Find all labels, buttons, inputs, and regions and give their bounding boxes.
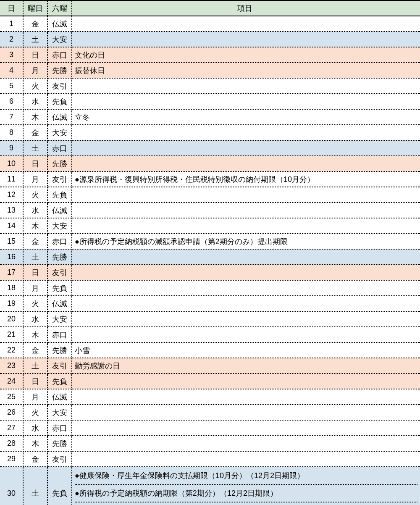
- cell-wday: 金: [23, 125, 47, 140]
- table-row: 17日友引: [0, 265, 420, 280]
- cell-item: [72, 140, 420, 156]
- table-row: 30土先負●健康保険・厚生年金保険料の支払期限（10月分）（12月2日期限）●所…: [0, 467, 420, 505]
- cell-wday: 金: [23, 234, 47, 249]
- cell-day: 7: [0, 109, 23, 125]
- cell-item: [72, 389, 420, 405]
- table-row: 18月先負: [0, 280, 420, 296]
- cell-day: 27: [0, 420, 23, 436]
- cell-item: ●健康保険・厚生年金保険料の支払期限（10月分）（12月2日期限）●所得税の予定…: [72, 467, 420, 505]
- cell-item: 小雪: [72, 342, 420, 358]
- table-row: 22金先勝小雪: [0, 342, 420, 358]
- cell-item: 立冬: [72, 109, 420, 125]
- cell-day: 30: [0, 467, 23, 505]
- cell-roku: 仏滅: [47, 16, 72, 32]
- item-text: ●個人の事業税納期限（第2期分）（12月2日期限）: [75, 502, 417, 505]
- cell-wday: 日: [23, 156, 47, 171]
- cell-roku: 赤口: [47, 327, 72, 342]
- table-row: 13水仏滅: [0, 203, 420, 218]
- cell-roku: 友引: [47, 358, 72, 373]
- cell-day: 3: [0, 47, 23, 63]
- item-text: ●健康保険・厚生年金保険料の支払期限（10月分）（12月2日期限）: [75, 467, 417, 485]
- cell-roku: 大安: [47, 405, 72, 420]
- cell-wday: 金: [23, 16, 47, 32]
- cell-item: [72, 125, 420, 140]
- cell-day: 13: [0, 203, 23, 218]
- cell-wday: 金: [23, 342, 47, 358]
- cell-wday: 火: [23, 78, 47, 94]
- cell-day: 18: [0, 280, 23, 296]
- cell-day: 12: [0, 187, 23, 203]
- cell-roku: 大安: [47, 32, 72, 47]
- cell-roku: 先勝: [47, 436, 72, 451]
- table-row: 10日先勝: [0, 156, 420, 171]
- table-row: 19火仏滅: [0, 296, 420, 311]
- cell-roku: 先勝: [47, 63, 72, 78]
- cell-day: 1: [0, 16, 23, 32]
- cell-roku: 先勝: [47, 249, 72, 265]
- cell-item: [72, 94, 420, 109]
- cell-wday: 日: [23, 265, 47, 280]
- cell-wday: 月: [23, 280, 47, 296]
- table-row: 21木赤口: [0, 327, 420, 342]
- cell-day: 2: [0, 32, 23, 47]
- cell-day: 14: [0, 218, 23, 234]
- cell-day: 16: [0, 249, 23, 265]
- table-row: 3日赤口文化の日: [0, 47, 420, 63]
- cell-wday: 土: [23, 467, 47, 505]
- cell-wday: 水: [23, 203, 47, 218]
- cell-roku: 先勝: [47, 342, 72, 358]
- table-row: 25月仏滅: [0, 389, 420, 405]
- cell-item: [72, 420, 420, 436]
- table-row: 24日先負: [0, 373, 420, 389]
- cell-roku: 先負: [47, 94, 72, 109]
- cell-day: 21: [0, 327, 23, 342]
- cell-day: 8: [0, 125, 23, 140]
- cell-wday: 水: [23, 420, 47, 436]
- cell-roku: 大安: [47, 311, 72, 327]
- table-row: 4月先勝振替休日: [0, 63, 420, 78]
- cell-roku: 仏滅: [47, 109, 72, 125]
- cell-roku: 赤口: [47, 234, 72, 249]
- cell-item: [72, 249, 420, 265]
- cell-item: [72, 373, 420, 389]
- cell-item: [72, 296, 420, 311]
- table-row: 16土先勝: [0, 249, 420, 265]
- cell-day: 25: [0, 389, 23, 405]
- table-row: 14木大安: [0, 218, 420, 234]
- cell-wday: 土: [23, 249, 47, 265]
- cell-wday: 土: [23, 358, 47, 373]
- cell-roku: 友引: [47, 265, 72, 280]
- cell-day: 19: [0, 296, 23, 311]
- cell-day: 29: [0, 451, 23, 467]
- cell-item: [72, 451, 420, 467]
- cell-wday: 月: [23, 389, 47, 405]
- table-row: 2土大安: [0, 32, 420, 47]
- cell-roku: 赤口: [47, 47, 72, 63]
- cell-day: 26: [0, 405, 23, 420]
- table-row: 26火大安: [0, 405, 420, 420]
- cell-roku: 大安: [47, 125, 72, 140]
- header-day: 日: [0, 0, 23, 16]
- header-wday: 曜日: [23, 0, 47, 16]
- cell-day: 20: [0, 311, 23, 327]
- cell-wday: 日: [23, 373, 47, 389]
- cell-roku: 先負: [47, 280, 72, 296]
- cell-wday: 日: [23, 47, 47, 63]
- cell-wday: 土: [23, 32, 47, 47]
- item-text: ●所得税の予定納税額の納期限（第2期分）（12月2日期限）: [75, 485, 417, 502]
- cell-item: ●源泉所得税・復興特別所得税・住民税特別徴収の納付期限（10月分）: [72, 171, 420, 187]
- calendar-table: 日 曜日 六曜 項目 1金仏滅2土大安3日赤口文化の日4月先勝振替休日5火友引6…: [0, 0, 420, 505]
- table-row: 20水大安: [0, 311, 420, 327]
- table-row: 27水赤口: [0, 420, 420, 436]
- table-row: 5火友引: [0, 78, 420, 94]
- cell-roku: 赤口: [47, 420, 72, 436]
- cell-wday: 火: [23, 296, 47, 311]
- cell-roku: 先負: [47, 373, 72, 389]
- cell-day: 17: [0, 265, 23, 280]
- cell-wday: 火: [23, 405, 47, 420]
- cell-item: [72, 405, 420, 420]
- table-row: 28木先勝: [0, 436, 420, 451]
- cell-wday: 水: [23, 94, 47, 109]
- header-item: 項目: [72, 0, 420, 16]
- cell-item: [72, 280, 420, 296]
